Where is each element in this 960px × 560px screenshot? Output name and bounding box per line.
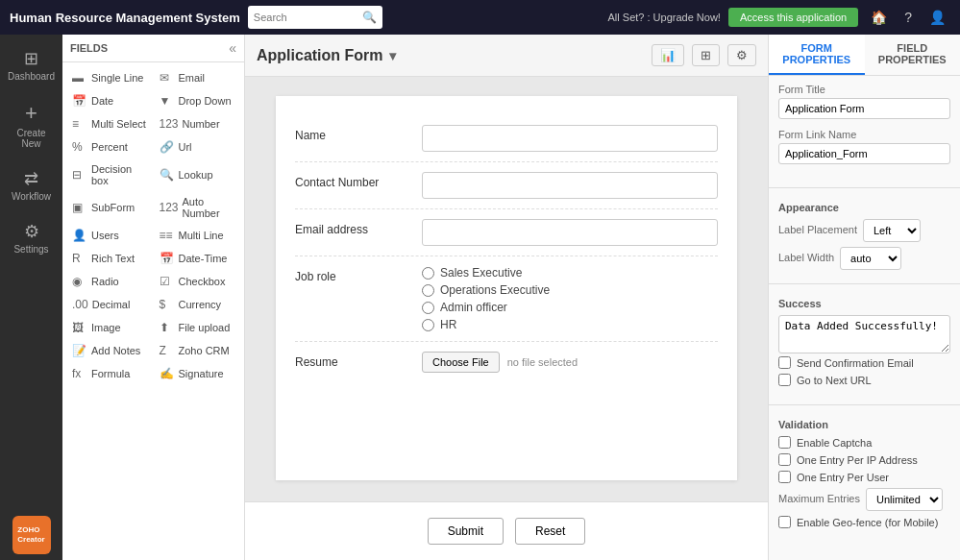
field-item-zoho-crm[interactable]: ZZoho CRM bbox=[154, 339, 241, 362]
go-next-url-checkbox[interactable] bbox=[778, 374, 791, 386]
radio-input[interactable] bbox=[422, 267, 434, 280]
field-item-single-line[interactable]: ▬Single Line bbox=[66, 66, 154, 89]
field-item-number[interactable]: 123Number bbox=[154, 112, 241, 135]
form-canvas: NameContact NumberEmail addressJob role … bbox=[245, 77, 768, 501]
field-item-add-notes[interactable]: 📝Add Notes bbox=[66, 339, 154, 362]
field-item-lookup[interactable]: 🔍Lookup bbox=[154, 158, 241, 191]
field-label: Radio bbox=[91, 276, 119, 287]
form-field-row-resume: ResumeChoose Fileno file selected bbox=[295, 342, 718, 382]
grid-icon-button[interactable]: ⊞ bbox=[692, 44, 720, 66]
appearance-title: Appearance bbox=[778, 202, 950, 213]
radio-option-hr[interactable]: HR bbox=[422, 318, 718, 331]
choose-file-button[interactable]: Choose File bbox=[422, 352, 500, 373]
field-item-decision-box[interactable]: ⊟Decision box bbox=[66, 158, 154, 191]
right-panel: FORM PROPERTIES FIELD PROPERTIES Form Ti… bbox=[768, 35, 960, 560]
field-label: File upload bbox=[179, 322, 231, 333]
form-title-label: Form Title bbox=[778, 84, 950, 95]
send-confirmation-label: Send Confirmation Email bbox=[797, 357, 914, 369]
field-item-checkbox[interactable]: ☑Checkbox bbox=[154, 270, 241, 293]
sidebar-item-workflow[interactable]: ⇄ Workflow bbox=[5, 160, 59, 209]
home-icon-button[interactable]: 🏠 bbox=[866, 8, 892, 27]
fields-grid: ▬Single Line✉Email📅Date▼Drop Down≡Multi … bbox=[62, 62, 244, 389]
label-width-row: Label Width auto 100px 150px bbox=[778, 247, 950, 270]
field-label: Rich Text bbox=[91, 253, 135, 264]
success-title: Success bbox=[778, 298, 950, 309]
field-item-date-time[interactable]: 📅Date-Time bbox=[154, 247, 241, 270]
field-item-formula[interactable]: fxFormula bbox=[66, 362, 154, 385]
label-width-select[interactable]: auto 100px 150px bbox=[840, 247, 901, 270]
submit-button[interactable]: Submit bbox=[428, 518, 504, 545]
settings-icon-button[interactable]: ⚙ bbox=[727, 44, 756, 66]
form-title-dropdown-icon[interactable]: ▾ bbox=[389, 48, 396, 63]
field-input-name[interactable] bbox=[422, 125, 718, 152]
field-item-drop-down[interactable]: ▼Drop Down bbox=[154, 89, 241, 112]
sidebar-item-dashboard[interactable]: ⊞ Dashboard bbox=[5, 40, 59, 89]
field-item-users[interactable]: 👤Users bbox=[66, 224, 154, 247]
field-label: Single Line bbox=[91, 72, 143, 84]
radio-input[interactable] bbox=[422, 302, 434, 314]
field-item-image[interactable]: 🖼Image bbox=[66, 316, 154, 339]
field-item-date[interactable]: 📅Date bbox=[66, 89, 154, 112]
radio-option-operations-executive[interactable]: Operations Executive bbox=[422, 283, 718, 297]
one-entry-ip-row: One Entry Per IP Address bbox=[778, 453, 950, 466]
max-entries-select[interactable]: Unlimited 1 10 100 bbox=[866, 488, 943, 511]
access-application-button[interactable]: Access this application bbox=[728, 8, 858, 27]
field-item-signature[interactable]: ✍Signature bbox=[154, 362, 241, 385]
help-icon-button[interactable]: ? bbox=[899, 8, 917, 27]
reset-button[interactable]: Reset bbox=[515, 518, 585, 545]
field-item-email[interactable]: ✉Email bbox=[154, 66, 241, 89]
one-entry-user-checkbox[interactable] bbox=[778, 471, 791, 483]
form-title-input[interactable] bbox=[778, 98, 950, 119]
sidebar-item-label: Create New bbox=[9, 128, 55, 149]
radio-label: Admin officer bbox=[440, 301, 507, 314]
properties-tabs: FORM PROPERTIES FIELD PROPERTIES bbox=[769, 35, 960, 76]
radio-label: Sales Executive bbox=[440, 266, 522, 280]
field-item-auto-number[interactable]: 123Auto Number bbox=[154, 191, 241, 224]
radio-option-admin-officer[interactable]: Admin officer bbox=[422, 301, 718, 314]
radio-option-sales-executive[interactable]: Sales Executive bbox=[422, 266, 718, 280]
go-next-url-row: Go to Next URL bbox=[778, 374, 950, 386]
sidebar-item-settings[interactable]: ⚙ Settings bbox=[5, 213, 59, 262]
field-item-subform[interactable]: ▣SubForm bbox=[66, 191, 154, 224]
field-input-contact[interactable] bbox=[422, 172, 718, 199]
geo-fence-label: Enable Geo-fence (for Mobile) bbox=[797, 517, 938, 528]
radio-input[interactable] bbox=[422, 319, 434, 331]
chart-icon-button[interactable]: 📊 bbox=[652, 44, 684, 66]
field-icon: fx bbox=[72, 367, 87, 380]
sidebar-item-create-new[interactable]: + Create New bbox=[5, 93, 59, 157]
field-item-multi-select[interactable]: ≡Multi Select bbox=[66, 112, 154, 135]
field-input-email[interactable] bbox=[422, 219, 718, 246]
field-label: Zoho CRM bbox=[179, 345, 230, 356]
field-item-radio[interactable]: ◉Radio bbox=[66, 270, 154, 293]
radio-input[interactable] bbox=[422, 284, 434, 297]
form-title-area: Application Form ▾ bbox=[257, 47, 396, 64]
one-entry-ip-checkbox[interactable] bbox=[778, 453, 791, 466]
search-input[interactable] bbox=[254, 12, 358, 23]
field-item-multi-line[interactable]: ≡≡Multi Line bbox=[154, 224, 241, 247]
field-input-wrap-resume: Choose Fileno file selected bbox=[422, 352, 718, 373]
field-item-decimal[interactable]: .00Decimal bbox=[66, 293, 154, 316]
field-icon: 123 bbox=[160, 201, 179, 214]
geo-fence-checkbox[interactable] bbox=[778, 516, 791, 528]
field-label: SubForm bbox=[91, 202, 135, 213]
tab-field-properties[interactable]: FIELD PROPERTIES bbox=[865, 35, 961, 75]
field-icon: ✉ bbox=[160, 71, 175, 85]
tab-form-properties[interactable]: FORM PROPERTIES bbox=[769, 35, 865, 75]
form-link-input[interactable] bbox=[778, 143, 950, 164]
user-icon-button[interactable]: 👤 bbox=[924, 8, 950, 27]
collapse-fields-button[interactable]: « bbox=[229, 40, 236, 56]
field-item-percent[interactable]: %Percent bbox=[66, 135, 154, 158]
search-box: 🔍 bbox=[248, 6, 382, 29]
field-icon: R bbox=[72, 252, 87, 265]
field-item-file-upload[interactable]: ⬆File upload bbox=[154, 316, 241, 339]
label-placement-select[interactable]: Left Right Top bbox=[863, 219, 921, 242]
success-message-input[interactable]: Data Added Successfully! bbox=[778, 315, 950, 353]
field-item-currency[interactable]: $Currency bbox=[154, 293, 241, 316]
enable-captcha-checkbox[interactable] bbox=[778, 436, 791, 449]
field-label: Auto Number bbox=[183, 196, 234, 219]
field-item-url[interactable]: 🔗Url bbox=[154, 135, 241, 158]
field-icon: ▼ bbox=[160, 94, 175, 108]
send-confirmation-checkbox[interactable] bbox=[778, 356, 791, 369]
field-label-jobrole: Job role bbox=[295, 266, 410, 283]
field-item-rich-text[interactable]: RRich Text bbox=[66, 247, 154, 270]
